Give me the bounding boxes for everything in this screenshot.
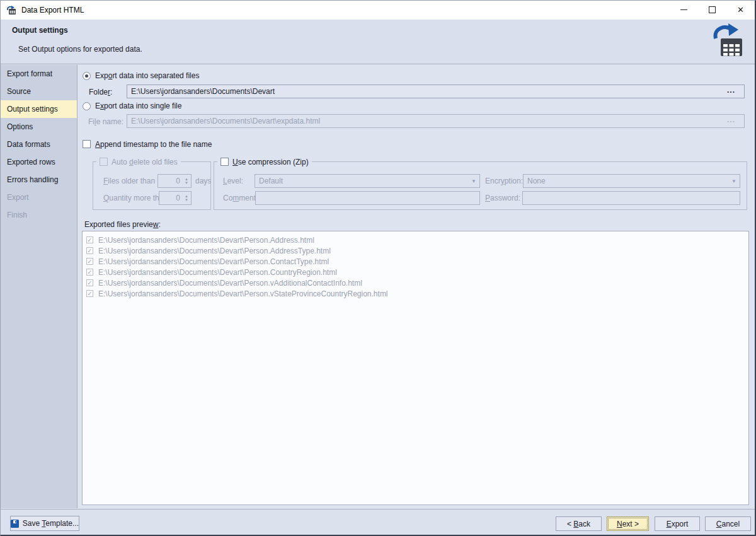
auto-delete-label: Auto delete old files bbox=[112, 158, 178, 166]
radio-export-separated-files[interactable] bbox=[83, 72, 91, 80]
maximize-icon[interactable] bbox=[698, 1, 726, 19]
list-item: ✓ E:\Users\jordansanders\Documents\Devar… bbox=[83, 277, 748, 288]
sidebar-item-source[interactable]: Source bbox=[1, 83, 77, 100]
file-name-input bbox=[127, 114, 745, 128]
password-input bbox=[522, 191, 740, 205]
level-label: Level: bbox=[223, 177, 243, 185]
use-compression-label: Use compression (Zip) bbox=[232, 158, 309, 166]
radio-export-single-file[interactable] bbox=[83, 102, 91, 110]
export-button[interactable]: Export bbox=[655, 516, 700, 531]
level-dropdown: Default ▼ bbox=[255, 174, 480, 188]
title-bar: Data Export HTML ✕ bbox=[1, 1, 755, 20]
list-item: ✓ E:\Users\jordansanders\Documents\Devar… bbox=[83, 288, 748, 299]
append-timestamp-label: Append timestamp to the file name bbox=[95, 140, 212, 149]
back-button[interactable]: < Back bbox=[556, 516, 602, 531]
wizard-nav-sidebar: Export format Source Output settings Opt… bbox=[1, 65, 77, 508]
encryption-dropdown: None ▼ bbox=[523, 174, 740, 188]
sidebar-item-exported-rows[interactable]: Exported rows bbox=[1, 153, 77, 171]
auto-delete-group: Auto delete old files Files older than ▲… bbox=[93, 161, 211, 210]
files-older-than-label: Files older than bbox=[103, 177, 155, 185]
table-export-icon bbox=[6, 5, 16, 15]
list-item: ✓ E:\Users\jordansanders\Documents\Devar… bbox=[83, 235, 748, 245]
save-template-button[interactable]: Save Template... bbox=[10, 516, 79, 531]
comment-label: Comment: bbox=[223, 194, 258, 202]
comment-input bbox=[255, 191, 480, 205]
page-title: Output settings bbox=[12, 26, 68, 35]
page-subtitle: Set Output options for exported data. bbox=[18, 45, 142, 54]
data-export-window: Data Export HTML ✕ Output settings Set O… bbox=[0, 0, 756, 536]
save-template-label: Save Template... bbox=[23, 519, 79, 528]
minimize-icon[interactable] bbox=[670, 1, 698, 19]
quantity-more-than-label: Quantity more than bbox=[103, 194, 168, 202]
use-compression-checkbox[interactable] bbox=[220, 158, 229, 166]
sidebar-item-errors-handling[interactable]: Errors handling bbox=[1, 171, 77, 189]
folder-browse-button[interactable]: ... bbox=[727, 86, 735, 95]
table-export-icon bbox=[708, 22, 745, 61]
sidebar-item-output-settings[interactable]: Output settings bbox=[1, 100, 77, 118]
radio-export-single-file-label: Export data into single file bbox=[95, 102, 181, 110]
wizard-header: Output settings Set Output options for e… bbox=[1, 20, 755, 64]
sidebar-item-finish: Finish bbox=[1, 206, 77, 224]
sidebar-item-data-formats[interactable]: Data formats bbox=[1, 136, 77, 153]
checked-checkbox-icon: ✓ bbox=[86, 258, 93, 265]
checked-checkbox-icon: ✓ bbox=[86, 290, 93, 297]
auto-delete-checkbox bbox=[100, 158, 108, 166]
files-older-than-stepper: ▲▼ bbox=[158, 174, 192, 188]
list-item: ✓ E:\Users\jordansanders\Documents\Devar… bbox=[83, 256, 748, 267]
append-timestamp-checkbox[interactable] bbox=[83, 140, 91, 148]
list-item: ✓ E:\Users\jordansanders\Documents\Devar… bbox=[83, 267, 748, 277]
quantity-more-than-stepper: ▲▼ bbox=[159, 191, 192, 205]
exported-files-preview-label: Exported files preview: bbox=[84, 220, 161, 229]
cancel-button[interactable]: Cancel bbox=[705, 516, 751, 531]
next-button[interactable]: Next > bbox=[607, 516, 649, 531]
checked-checkbox-icon: ✓ bbox=[86, 279, 93, 286]
checked-checkbox-icon: ✓ bbox=[86, 269, 93, 276]
folder-input[interactable] bbox=[127, 84, 745, 98]
checked-checkbox-icon: ✓ bbox=[86, 236, 93, 243]
radio-export-separated-files-label: Export data into separated files bbox=[95, 71, 199, 80]
chevron-down-icon: ▼ bbox=[731, 178, 736, 184]
file-name-label: File name: bbox=[88, 117, 123, 126]
sidebar-item-export-format[interactable]: Export format bbox=[1, 65, 77, 83]
encryption-label: Encryption: bbox=[485, 177, 523, 185]
exported-files-list: ✓ E:\Users\jordansanders\Documents\Devar… bbox=[82, 231, 749, 505]
floppy-icon bbox=[11, 520, 19, 528]
sidebar-item-options[interactable]: Options bbox=[1, 118, 77, 136]
days-label: days bbox=[195, 177, 211, 185]
close-icon[interactable]: ✕ bbox=[726, 1, 755, 19]
stepper-arrows-icon: ▲▼ bbox=[182, 175, 191, 187]
list-item: ✓ E:\Users\jordansanders\Documents\Devar… bbox=[83, 245, 748, 256]
stepper-arrows-icon: ▲▼ bbox=[182, 192, 191, 204]
chevron-down-icon: ▼ bbox=[471, 178, 476, 184]
password-label: Password: bbox=[485, 194, 520, 202]
folder-label: Folder: bbox=[89, 88, 112, 96]
file-name-browse-button: ... bbox=[727, 115, 735, 124]
window-title: Data Export HTML bbox=[21, 6, 84, 15]
compression-group: Use compression (Zip) Level: Default ▼ E… bbox=[214, 161, 747, 210]
sidebar-item-export: Export bbox=[1, 189, 77, 206]
checked-checkbox-icon: ✓ bbox=[86, 247, 93, 254]
